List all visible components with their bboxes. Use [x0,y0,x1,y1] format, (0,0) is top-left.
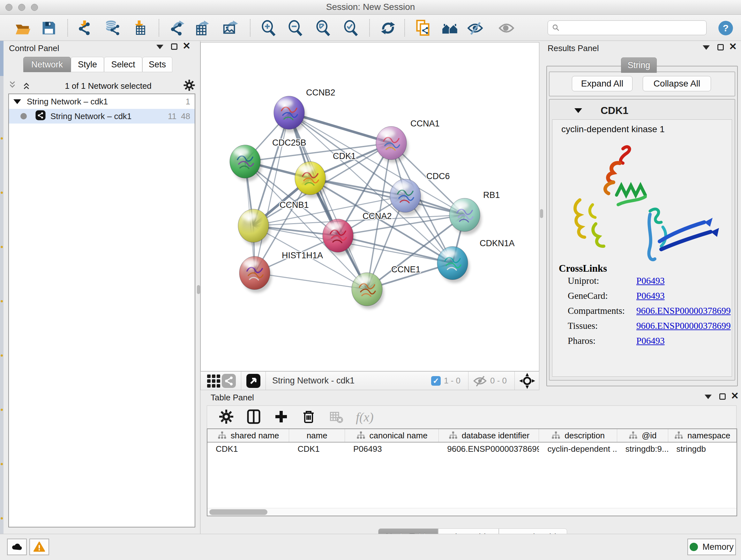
results-panel-minimize-icon[interactable] [703,45,710,50]
add-column-icon[interactable] [273,409,289,426]
results-panel-float-icon[interactable] [718,44,724,51]
duplicate-network-icon [415,20,431,37]
results-panel-close-icon[interactable]: ✕ [729,44,737,50]
network-view-icon[interactable] [221,373,237,388]
cloud-button[interactable] [7,539,27,555]
show-columns-icon[interactable] [246,409,261,426]
protein-body: cyclin-dependent kinase 1 CrossLinks Uni… [552,119,732,377]
control-panel-float-icon[interactable] [171,44,178,50]
table-panel: Table Panel ✕ f(x) shared namenamecanoni… [200,390,741,534]
warning-icon [33,541,45,553]
node-CCNA1[interactable]: CCNA1 [376,119,440,163]
crosslink-link[interactable]: P06493 [636,335,665,346]
expand-all-networks-icon[interactable] [22,80,33,92]
grid-view-icon[interactable] [206,373,221,388]
tab-select[interactable]: Select [104,57,142,72]
results-panel-title: Results Panel [548,44,599,53]
help-button[interactable]: ? [716,18,736,38]
export-image-button[interactable] [221,18,241,38]
column-header-namespace[interactable]: namespace [668,429,737,442]
open-session-button[interactable] [12,18,33,38]
expand-collapse-bar: Expand All Collapse All [549,71,735,97]
protein-header[interactable]: CDK1 [552,102,732,119]
zoom-out-button[interactable] [285,18,306,38]
table-hscrollbar-thumb[interactable] [209,509,267,515]
network-collection-row[interactable]: String Network – cdk1 1 [9,94,195,109]
delete-column-icon[interactable] [301,409,316,426]
table-cell[interactable]: stringdb:9... [617,442,668,456]
tab-string[interactable]: String [621,57,657,73]
network-canvas[interactable]: CCNB2 CCNA1 CDC25B CDK1 CDC6 RB1 CCNB1 C… [200,42,539,371]
zoom-selected-button[interactable] [340,18,361,38]
node-CCNA2[interactable]: CCNA2 [323,211,392,255]
node-RB1[interactable]: RB1 [449,190,500,235]
table-panel-minimize-icon[interactable] [704,395,712,399]
column-header-database-identifier[interactable]: database identifier [439,429,539,442]
zoom-in-button[interactable] [258,18,279,38]
column-header-canonical-name[interactable]: canonical name [345,429,439,442]
table-panel-close-icon[interactable]: ✕ [731,393,739,399]
table-options-gear-icon[interactable] [219,409,234,426]
crosslink-link[interactable]: P06493 [636,275,665,286]
left-splitter-handle[interactable] [197,285,200,294]
search-box [548,20,706,35]
collection-expand-icon[interactable] [13,99,21,104]
zoom-fit-button[interactable] [313,18,333,38]
tab-sets[interactable]: Sets [142,57,172,72]
collapse-all-button[interactable]: Collapse All [643,76,711,91]
node-CDKN1A[interactable]: CDKN1A [437,239,515,283]
tab-network[interactable]: Network [23,57,71,72]
hier-icon [628,431,638,440]
edge-CCNA2-CDKN1A[interactable] [338,236,453,263]
hide-selected-button[interactable] [465,18,485,38]
network-options-gear-icon[interactable] [183,79,195,92]
column-header-name[interactable]: name [289,429,345,442]
export-table-button[interactable] [192,18,212,38]
table-cell[interactable]: CDK1 [289,442,345,456]
table-panel-float-icon[interactable] [719,393,726,400]
crosshair-icon [519,373,535,389]
new-network-from-selection-button[interactable] [413,18,433,38]
crosslink-row: Pharos:P06493 [568,335,734,350]
network-selection-status: 1 of 1 Network selected [33,81,183,91]
table-cell[interactable]: CDK1 [207,442,289,456]
table-cell[interactable]: 9606.ENSP00000378699 [439,442,539,456]
table-cell[interactable]: P06493 [345,442,439,456]
collapse-all-networks-icon[interactable] [8,80,19,92]
help-icon: ? [718,20,734,37]
column-header--id[interactable]: @id [617,429,668,442]
node-CCNE1[interactable]: CCNE1 [352,265,421,309]
expand-all-button[interactable]: Expand All [572,76,632,91]
crosslink-link[interactable]: P06493 [636,291,665,301]
table-cell[interactable]: cyclin-dependent ... [539,442,617,456]
import-network-button[interactable] [74,18,95,38]
control-panel-close-icon[interactable]: ✕ [183,43,191,49]
save-session-button[interactable] [39,18,59,38]
import-network-database-button[interactable] [102,18,123,38]
right-splitter-handle[interactable] [540,209,543,218]
memory-button[interactable]: Memory [687,539,736,555]
tab-style[interactable]: Style [71,57,104,72]
crosshair-center-icon[interactable] [519,373,535,389]
node-HIST1H1A[interactable]: HIST1H1A [239,251,323,293]
node-CCNB2[interactable]: CCNB2 [274,88,335,132]
first-neighbors-button[interactable] [440,18,460,38]
protein-collapse-icon[interactable] [575,108,582,113]
search-input[interactable] [562,21,706,34]
column-header-description[interactable]: description [539,429,617,442]
zoom-out-icon [287,20,304,37]
apply-preferred-layout-button[interactable] [378,18,398,38]
export-network-icon [169,20,186,37]
crosslink-link[interactable]: 9606.ENSP00000378699 [636,306,731,316]
selected-nodes-checkbox[interactable]: ✓ [431,376,441,386]
birds-eye-view-toggle[interactable] [246,373,261,388]
column-header-shared-name[interactable]: shared name [207,429,289,442]
crosslink-link[interactable]: 9606.ENSP00000378699 [636,320,731,331]
control-panel-minimize-icon[interactable] [156,45,163,49]
export-network-button[interactable] [167,18,188,38]
network-tree: String Network – cdk1 1 String Network –… [8,94,195,527]
network-row-selected[interactable]: String Network – cdk1 11 48 [9,109,195,124]
table-cell[interactable]: stringdb [668,442,737,456]
import-table-button[interactable] [129,18,149,38]
warnings-button[interactable] [29,539,49,555]
